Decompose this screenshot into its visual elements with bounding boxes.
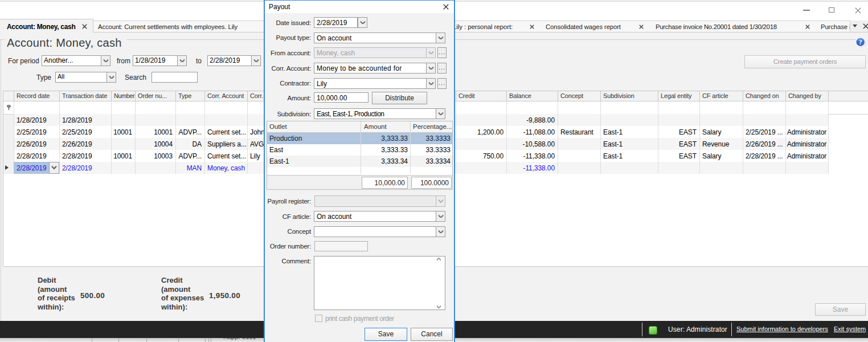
svg-text:?: ? (859, 38, 862, 46)
